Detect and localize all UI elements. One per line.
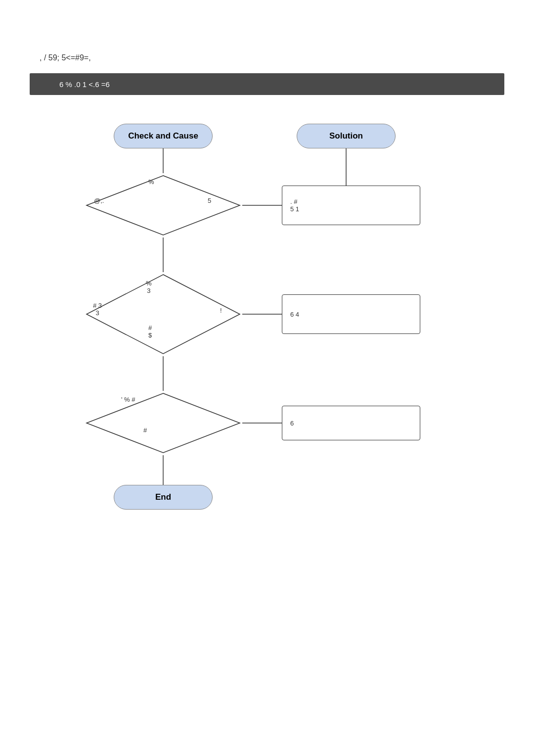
- diamond2-top-label: %3: [146, 280, 152, 294]
- diamond1-right-label: 5: [208, 197, 211, 204]
- flowchart: Check and Cause Solution % @,. 5 . # 5 1…: [30, 109, 504, 628]
- rect-1: . # 5 1: [282, 186, 420, 225]
- solution-pill: Solution: [297, 124, 396, 148]
- diamond2-left-label: # 33: [93, 302, 102, 317]
- dark-bar: 6 % .0 1 <.6 =6: [30, 73, 504, 95]
- svg-marker-9: [87, 275, 240, 354]
- svg-marker-8: [87, 176, 240, 235]
- diamond3-bottom-label: #: [143, 426, 147, 434]
- diamond1-left-label: @,.: [94, 197, 104, 204]
- check-and-cause-pill: Check and Cause: [114, 124, 213, 148]
- diamond-3: ' % # #: [84, 391, 242, 455]
- end-pill: End: [114, 485, 213, 510]
- svg-marker-10: [87, 393, 240, 453]
- diamond2-right-label: !: [220, 307, 222, 314]
- diamond-2: %3 # 33 #$ !: [84, 272, 242, 356]
- top-text: , / 59; 5<=#9=,: [40, 53, 91, 62]
- rect-2: 6 4: [282, 294, 420, 334]
- rect-3: 6: [282, 406, 420, 440]
- diamond3-top-label: ' % #: [121, 396, 135, 403]
- diamond1-top-label: %: [148, 178, 154, 186]
- diamond2-bottom-label: #$: [148, 324, 152, 339]
- diamond-1: % @,. 5: [84, 173, 242, 237]
